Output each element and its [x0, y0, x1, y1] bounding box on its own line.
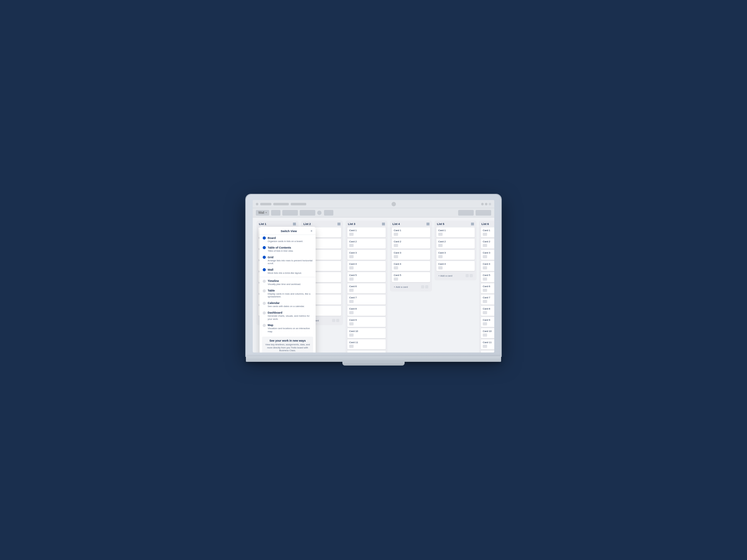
title-bar-dot: [256, 203, 258, 205]
switch-view-modal: Switch View × BoardOrganize cards in lis…: [260, 227, 316, 352]
title-bar-control-2[interactable]: [485, 203, 487, 205]
view-options-container: BoardOrganize cards in lists on a board.…: [260, 235, 316, 276]
premium-dot-timeline: [263, 280, 266, 283]
modal-header: Switch View ×: [260, 227, 316, 235]
premium-desc-table: Display cards in rows and columns, like …: [268, 292, 312, 299]
title-bar-control-1[interactable]: [481, 203, 484, 205]
view-dot-grid: [263, 256, 266, 259]
premium-view-table[interactable]: TableDisplay cards in rows and columns, …: [260, 288, 316, 300]
chevron-down-icon: ▾: [265, 211, 267, 214]
title-bar-controls: [481, 203, 491, 205]
toolbar-btn-1[interactable]: [271, 210, 280, 216]
view-desc-table-of-contents: Titles of lists in tree view.: [268, 249, 312, 252]
premium-desc-calendar: See cards with dates on a calendar.: [268, 305, 305, 308]
board-area: List 1Card 1Card 2Card 3Card 4Card 5Card…: [253, 217, 494, 352]
premium-name-calendar: Calendar: [268, 301, 305, 304]
view-dot-board: [263, 236, 266, 240]
title-bar-control-3[interactable]: [489, 203, 491, 205]
title-bar-circle: [391, 202, 396, 206]
title-bar-rect-3: [291, 203, 306, 205]
premium-view-timeline[interactable]: TimelineVisually plan time and workload.: [260, 278, 316, 288]
upgrade-title: See your work in new ways: [264, 339, 311, 342]
app-chrome: Wall ▾ List 1Ca: [253, 200, 494, 352]
toolbar-btn-5[interactable]: [458, 210, 474, 216]
screen-bezel: Wall ▾ List 1Ca: [246, 194, 501, 356]
premium-name-dashboard: Dashboard: [268, 311, 312, 314]
premium-desc-dashboard: Generate charts, visuals, and metrics fo…: [268, 315, 312, 321]
toolbar-btn-3[interactable]: [300, 210, 315, 216]
premium-dot-table: [263, 289, 266, 292]
view-option-wall[interactable]: WallMove lists into a brick-like layout.: [260, 267, 316, 276]
premium-dot-calendar: [263, 302, 266, 305]
premium-name-table: Table: [268, 289, 312, 292]
premium-dot-map: [263, 324, 266, 327]
toolbar-avatar: [317, 211, 321, 215]
premium-name-timeline: Timeline: [268, 279, 301, 283]
title-bar-rect-2: [273, 203, 289, 205]
screen: Wall ▾ List 1Ca: [253, 200, 494, 352]
view-switcher-btn[interactable]: Wall ▾: [256, 210, 269, 216]
title-bar-rect-1: [260, 203, 272, 205]
premium-name-map: Map: [268, 324, 312, 327]
switch-view-overlay: Switch View × BoardOrganize cards in lis…: [253, 217, 494, 352]
premium-dot-dashboard: [263, 312, 266, 315]
premium-view-dashboard[interactable]: DashboardGenerate charts, visuals, and m…: [260, 310, 316, 322]
view-option-grid[interactable]: GridArrange lists into rows to prevent h…: [260, 254, 316, 267]
modal-title: Switch View: [267, 230, 311, 233]
view-desc-board: Organize cards in lists on a board.: [268, 240, 312, 243]
view-option-board[interactable]: BoardOrganize cards in lists on a board.: [260, 235, 316, 244]
laptop-stand: [342, 362, 405, 366]
modal-close-btn[interactable]: ×: [311, 229, 312, 233]
premium-desc-map: Visualize card locations on an interacti…: [268, 327, 312, 333]
toolbar-btn-4[interactable]: [324, 210, 333, 216]
view-dot-wall: [263, 268, 266, 271]
upgrade-section: See your work in new ways View key timel…: [262, 337, 313, 352]
laptop: Wall ▾ List 1Ca: [246, 194, 501, 366]
toolbar: Wall ▾: [253, 208, 494, 217]
view-switcher-label: Wall: [258, 211, 264, 214]
view-desc-grid: Arrange lists into rows to prevent horiz…: [268, 259, 312, 265]
view-dot-table-of-contents: [263, 246, 266, 249]
view-desc-wall: Move lists into a brick-like layout.: [268, 272, 312, 275]
premium-desc-timeline: Visually plan time and workload.: [268, 283, 301, 286]
premium-views-container: TimelineVisually plan time and workload.…: [260, 278, 316, 335]
laptop-base: [246, 356, 501, 362]
upgrade-desc: View key timelines, assignments, data, a…: [264, 343, 311, 352]
toolbar-btn-2[interactable]: [282, 210, 298, 216]
view-name-grid: Grid: [268, 256, 274, 259]
premium-view-calendar[interactable]: CalendarSee cards with dates on a calend…: [260, 300, 316, 310]
view-name-table-of-contents: Table of Contents: [268, 246, 291, 249]
toolbar-btn-6[interactable]: [475, 210, 491, 216]
view-name-wall: Wall: [268, 268, 273, 271]
premium-view-map[interactable]: MapVisualize card locations on an intera…: [260, 322, 316, 335]
divider-1: [260, 277, 316, 277]
view-option-table-of-contents[interactable]: Table of ContentsTitles of lists in tree…: [260, 244, 316, 254]
view-name-board: Board: [268, 236, 276, 240]
title-bar: [253, 200, 494, 208]
